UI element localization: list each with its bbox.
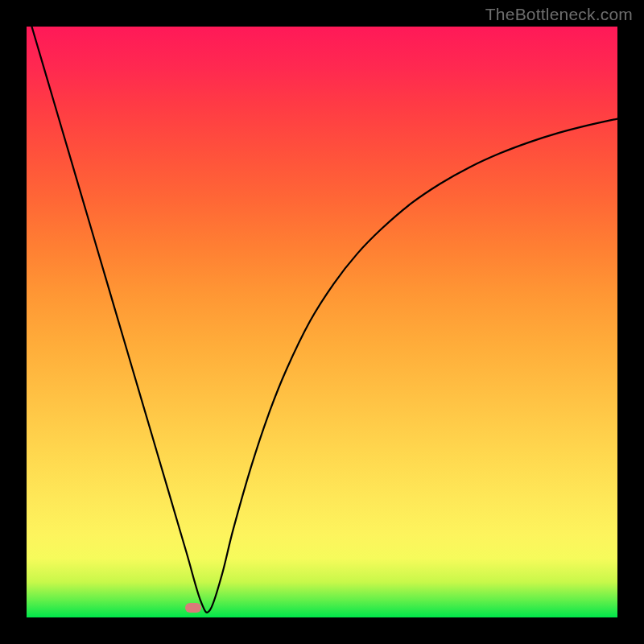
optimum-marker	[185, 603, 201, 613]
plot-area	[27, 27, 617, 617]
curve-path	[27, 27, 617, 613]
watermark-label: TheBottleneck.com	[485, 5, 633, 24]
chart-frame: TheBottleneck.com	[0, 0, 644, 644]
bottleneck-curve	[27, 27, 617, 617]
